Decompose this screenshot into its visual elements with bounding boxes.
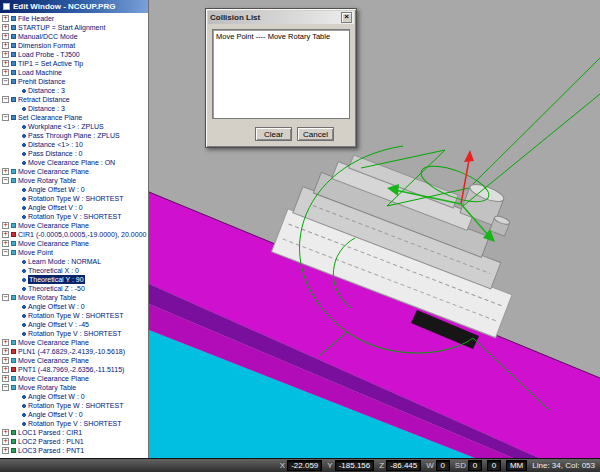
tree-item[interactable]: Theoretical Y : 90 xyxy=(0,275,148,284)
dialog-titlebar[interactable]: Collision List × xyxy=(208,11,354,24)
tree-item[interactable]: −Move Rotary Table xyxy=(0,293,148,302)
tree-item[interactable]: Theoretical X : 0 xyxy=(0,266,148,275)
tree-item[interactable]: +Load Probe - TJ500 xyxy=(0,50,148,59)
tree-item[interactable]: +Move Clearance Plane xyxy=(0,167,148,176)
expand-icon[interactable]: + xyxy=(2,69,9,76)
tree-item[interactable]: +TIP1 = Set Active Tip xyxy=(0,59,148,68)
collapse-icon[interactable]: − xyxy=(2,78,9,85)
tree-item[interactable]: +Move Clearance Plane xyxy=(0,356,148,365)
tree-spacer xyxy=(13,312,20,319)
tree-item[interactable]: +File Header xyxy=(0,14,148,23)
tree-item[interactable]: Angle Offset W : 0 xyxy=(0,302,148,311)
collapse-icon[interactable]: − xyxy=(2,114,9,121)
collapse-icon[interactable]: − xyxy=(2,249,9,256)
tree-item[interactable]: +PNT1 (-48.7969,-2.6356,-11.5115) xyxy=(0,365,148,374)
expand-icon[interactable]: + xyxy=(2,348,9,355)
tree-item[interactable]: +Move Clearance Plane xyxy=(0,239,148,248)
bullet-icon xyxy=(22,395,26,399)
tree-item[interactable]: +CIR1 (-0.0005,0.0005,-19.0000), 20.0000 xyxy=(0,230,148,239)
tree-item[interactable]: −Prehit Distance xyxy=(0,77,148,86)
tree-item[interactable]: +Load Machine xyxy=(0,68,148,77)
expand-icon[interactable]: + xyxy=(2,168,9,175)
tree-item[interactable]: Workplane <1> : ZPLUS xyxy=(0,122,148,131)
tree-item[interactable]: −Move Point xyxy=(0,248,148,257)
tree-item[interactable]: −Move Rotary Table xyxy=(0,383,148,392)
tree-item-label: Distance <1> : 10 xyxy=(28,140,83,149)
tree-item[interactable]: +LOC1 Parsed : CIR1 xyxy=(0,428,148,437)
tree-item[interactable]: Rotation Type V : SHORTEST xyxy=(0,212,148,221)
tree-item[interactable]: Rotation Type V : SHORTEST xyxy=(0,419,148,428)
edit-window: Edit Window - NCGUP.PRG +File Header+STA… xyxy=(0,0,149,458)
expand-icon[interactable]: + xyxy=(2,240,9,247)
expand-icon[interactable]: + xyxy=(2,429,9,436)
expand-icon[interactable]: + xyxy=(2,438,9,445)
expand-icon[interactable]: + xyxy=(2,357,9,364)
cmd-icon xyxy=(11,358,16,363)
expand-icon[interactable]: + xyxy=(2,222,9,229)
bullet-icon xyxy=(22,314,26,318)
bullet-icon xyxy=(22,323,26,327)
expand-icon[interactable]: + xyxy=(2,339,9,346)
coord-x-label: X xyxy=(280,461,285,470)
tree-item[interactable]: Theoretical Z : -50 xyxy=(0,284,148,293)
cmd-icon xyxy=(11,250,16,255)
tree-item[interactable]: +Move Clearance Plane xyxy=(0,221,148,230)
tree-item[interactable]: +LOC2 Parsed : PLN1 xyxy=(0,437,148,446)
tree-item[interactable]: Rotation Type W : SHORTEST xyxy=(0,311,148,320)
tree-item[interactable]: +PLN1 (-47.6829,-2.4139,-10.5618) xyxy=(0,347,148,356)
collision-list-item[interactable]: Move Point ---- Move Rotary Table xyxy=(216,32,346,41)
tree-item-label: Move Point xyxy=(18,248,53,257)
tree-item[interactable]: Distance : 3 xyxy=(0,104,148,113)
tree-item[interactable]: +Dimension Format xyxy=(0,41,148,50)
tree-item[interactable]: −Retract Distance xyxy=(0,95,148,104)
tree-item[interactable]: +Manual/DCC Mode xyxy=(0,32,148,41)
expand-icon[interactable]: + xyxy=(2,15,9,22)
edit-window-titlebar[interactable]: Edit Window - NCGUP.PRG xyxy=(0,0,148,13)
tree-item[interactable]: Rotation Type W : SHORTEST xyxy=(0,401,148,410)
expand-icon[interactable]: + xyxy=(2,42,9,49)
tree-item-label: Move Clearance Plane xyxy=(18,239,89,248)
doc-icon xyxy=(11,79,16,84)
expand-icon[interactable]: + xyxy=(2,60,9,67)
tree-item[interactable]: +LOC3 Parsed : PNT1 xyxy=(0,446,148,455)
expand-icon[interactable]: + xyxy=(2,447,9,454)
tree-item[interactable]: Rotation Type W : SHORTEST xyxy=(0,194,148,203)
expand-icon[interactable]: + xyxy=(2,366,9,373)
tree-item[interactable]: Angle Offset W : 0 xyxy=(0,185,148,194)
collision-list[interactable]: Move Point ---- Move Rotary Table xyxy=(212,29,350,119)
collapse-icon[interactable]: − xyxy=(2,96,9,103)
tree-item[interactable]: Distance : 3 xyxy=(0,86,148,95)
doc-icon xyxy=(11,97,16,102)
collapse-icon[interactable]: − xyxy=(2,294,9,301)
dialog-close-button[interactable]: × xyxy=(341,12,352,23)
tree-item[interactable]: Learn Mode : NORMAL xyxy=(0,257,148,266)
tree-item[interactable]: Rotation Type V : SHORTEST xyxy=(0,329,148,338)
tree-item[interactable]: Angle Offset W : 0 xyxy=(0,392,148,401)
tree-item[interactable]: +STARTUP = Start Alignment xyxy=(0,23,148,32)
expand-icon[interactable]: + xyxy=(2,375,9,382)
tree-item[interactable]: Angle Offset V : -45 xyxy=(0,320,148,329)
bullet-icon xyxy=(22,215,26,219)
tree-item[interactable]: Angle Offset V : 0 xyxy=(0,410,148,419)
clear-button[interactable]: Clear xyxy=(255,127,292,141)
tree-item[interactable]: Distance <1> : 10 xyxy=(0,140,148,149)
tree-item[interactable]: Move Clearance Plane : ON xyxy=(0,158,148,167)
tree-item[interactable]: Angle Offset V : 0 xyxy=(0,203,148,212)
tree-item-label: Prehit Distance xyxy=(18,77,65,86)
tree-item[interactable]: +Move Clearance Plane xyxy=(0,338,148,347)
expand-icon[interactable]: + xyxy=(2,51,9,58)
cancel-button[interactable]: Cancel xyxy=(297,127,334,141)
expand-icon[interactable]: + xyxy=(2,24,9,31)
tree-item[interactable]: −Set Clearance Plane xyxy=(0,113,148,122)
tree-item-label: Manual/DCC Mode xyxy=(18,32,78,41)
expand-icon[interactable]: + xyxy=(2,33,9,40)
tree-item[interactable]: +Move Clearance Plane xyxy=(0,374,148,383)
tree-item[interactable]: −Move Rotary Table xyxy=(0,176,148,185)
bullet-icon xyxy=(22,206,26,210)
collapse-icon[interactable]: − xyxy=(2,384,9,391)
tree-item[interactable]: Pass Through Plane : ZPLUS xyxy=(0,131,148,140)
tree-item[interactable]: Pass Distance : 0 xyxy=(0,149,148,158)
tree-item-label: Angle Offset W : 0 xyxy=(28,392,85,401)
collapse-icon[interactable]: − xyxy=(2,177,9,184)
expand-icon[interactable]: + xyxy=(2,231,9,238)
